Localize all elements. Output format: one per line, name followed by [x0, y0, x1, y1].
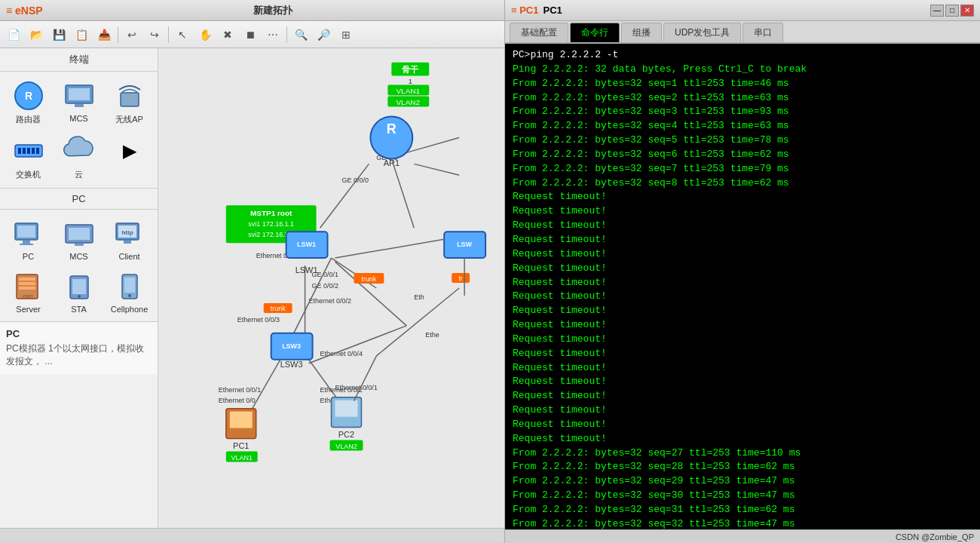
ping-line-30: From 2.2.2.2: bytes=32 seq=30 ttl=253 ti… [513, 489, 972, 503]
svg-text:Ethernet 0/0/2: Ethernet 0/0/2 [309, 297, 351, 305]
tab-udp-tool[interactable]: UDP发包工具 [663, 23, 741, 42]
svg-text:Eth: Eth [414, 293, 424, 301]
svg-text:Ethernet 0/0/1: Ethernet 0/0/1 [335, 384, 377, 391]
fit-button[interactable]: ⊞ [335, 24, 357, 45]
device-pc[interactable]: PC [5, 214, 52, 264]
svg-text:PC1: PC1 [233, 441, 249, 450]
svg-rect-17 [69, 228, 90, 240]
maximize-button[interactable]: □ [945, 5, 959, 17]
device-router[interactable]: R 路由器 [5, 76, 52, 128]
svg-rect-11 [36, 148, 39, 154]
router-label: 路由器 [16, 114, 41, 125]
device-mcs[interactable]: MCS [55, 76, 103, 128]
cellphone-icon [113, 270, 146, 303]
device-sta[interactable]: STA [55, 267, 103, 317]
ensp-toolbar: 📄 📂 💾 📋 📥 ↩ ↪ ↖ ✋ ✖ ⏹ ⋯ 🔍 🔎 ⊞ [0, 21, 504, 48]
svg-rect-4 [75, 104, 84, 107]
stop-button[interactable]: ⏹ [240, 24, 261, 45]
wireless-label: 无线AP [115, 114, 143, 125]
svg-text:VLAN2: VLAN2 [335, 443, 357, 450]
svg-rect-88 [335, 400, 357, 417]
timeout-17: Request timeout! [513, 418, 972, 432]
minimize-button[interactable]: — [930, 5, 944, 17]
sta-label: STA [71, 305, 87, 314]
device-cellphone[interactable]: Cellphone [106, 267, 153, 317]
ensp-title: 新建拓扑 [47, 4, 498, 17]
select-button[interactable]: ↖ [172, 24, 193, 45]
svg-text:PC2: PC2 [338, 430, 354, 439]
tab-command-line[interactable]: 命令行 [570, 23, 620, 42]
tab-serial[interactable]: 串口 [743, 23, 783, 42]
terminal-command: PC>ping 2.2.2.2 -t [513, 48, 972, 63]
server-icon: .com [12, 270, 45, 303]
svg-text:Ethe: Ethe [425, 331, 439, 339]
terminal-body[interactable]: PC>ping 2.2.2.2 -t Ping 2.2.2.2: 32 data… [505, 44, 980, 529]
new-file-button[interactable]: 📄 [3, 24, 24, 45]
svg-rect-15 [20, 244, 33, 245]
undo-button[interactable]: ↩ [121, 24, 142, 45]
ping-line-6: From 2.2.2.2: bytes=32 seq=6 ttl=253 tim… [513, 148, 972, 162]
svg-text:http: http [121, 229, 133, 236]
tab-basic-config[interactable]: 基础配置 [510, 23, 568, 42]
statusbar [0, 528, 504, 543]
drag-button[interactable]: ✋ [194, 24, 216, 45]
svg-rect-24 [19, 278, 35, 281]
zoom-in-button[interactable]: 🔍 [290, 24, 311, 45]
device-cloud[interactable]: 云 [55, 131, 103, 183]
svg-rect-9 [27, 148, 30, 154]
save-file-button[interactable]: 💾 [48, 24, 69, 45]
wireless-icon [113, 79, 146, 112]
device-server[interactable]: .com Server [5, 267, 52, 317]
ping-line-1: From 2.2.2.2: bytes=32 seq=1 ttl=253 tim… [513, 77, 972, 91]
mcs-icon [63, 79, 96, 112]
timeout-13: Request timeout! [513, 361, 972, 376]
delete-button[interactable]: ✖ [217, 24, 238, 45]
terminal-status-text: CSDN @Zombie_QP [896, 532, 974, 541]
svg-text:LSW1: LSW1 [297, 241, 316, 248]
timeout-11: Request timeout! [513, 333, 972, 347]
terminal-statusbar: CSDN @Zombie_QP [505, 529, 980, 543]
device-grid-terminal: R 路由器 MCS [0, 72, 158, 188]
client-icon: http [113, 217, 146, 250]
sidebar-section-terminal: 终端 [0, 48, 158, 72]
timeout-6: Request timeout! [513, 262, 972, 276]
timeout-3: Request timeout! [513, 219, 972, 233]
device-mcs2[interactable]: MCS [55, 214, 103, 264]
svg-text:R: R [24, 90, 32, 102]
more-icon: ▶ [113, 134, 146, 167]
close-button[interactable]: ✕ [960, 5, 974, 17]
svg-text:trunk: trunk [361, 275, 376, 283]
device-client[interactable]: http Client [106, 214, 153, 264]
open-file-button[interactable]: 📂 [26, 24, 47, 45]
toolbar-sep1 [118, 26, 118, 43]
ping-line-28: From 2.2.2.2: bytes=32 seq=28 ttl=253 ti… [513, 460, 972, 474]
svg-text:GE 0/0/0: GE 0/0/0 [341, 176, 368, 184]
add-button[interactable]: ⋯ [262, 24, 283, 45]
svg-text:VLAN1: VLAN1 [396, 87, 420, 95]
svg-rect-29 [72, 279, 86, 294]
timeout-16: Request timeout! [513, 403, 972, 418]
timeout-5: Request timeout! [513, 247, 972, 262]
server-label: Server [16, 305, 40, 314]
timeout-18: Request timeout! [513, 432, 972, 446]
svg-text:VLAN2: VLAN2 [396, 98, 420, 106]
toolbar-sep2 [168, 26, 169, 43]
import-button[interactable]: 📥 [93, 24, 115, 45]
tab-multicast[interactable]: 组播 [621, 23, 662, 42]
sidebar-section-pc: PC [0, 188, 158, 210]
zoom-out-button[interactable]: 🔎 [313, 24, 334, 45]
device-wireless[interactable]: 无线AP [106, 76, 153, 128]
device-switch[interactable]: 交换机 [5, 131, 52, 183]
ping-header: Ping 2.2.2.2: 32 data bytes, Press Ctrl_… [513, 63, 972, 77]
timeout-4: Request timeout! [513, 233, 972, 247]
ensp-main: 终端 R 路由器 [0, 48, 504, 528]
save-as-button[interactable]: 📋 [71, 24, 92, 45]
device-more[interactable]: ▶ [106, 131, 153, 183]
redo-button[interactable]: ↪ [144, 24, 165, 45]
sta-icon [63, 270, 96, 303]
svg-rect-25 [19, 282, 35, 285]
ping-line-8: From 2.2.2.2: bytes=32 seq=8 ttl=253 tim… [513, 176, 972, 191]
svg-rect-14 [23, 241, 30, 244]
svg-rect-7 [18, 148, 21, 154]
canvas-area[interactable]: 骨干 1 VLAN1 VLAN2 GE 0/0 GE 0/0/0 [158, 48, 504, 528]
